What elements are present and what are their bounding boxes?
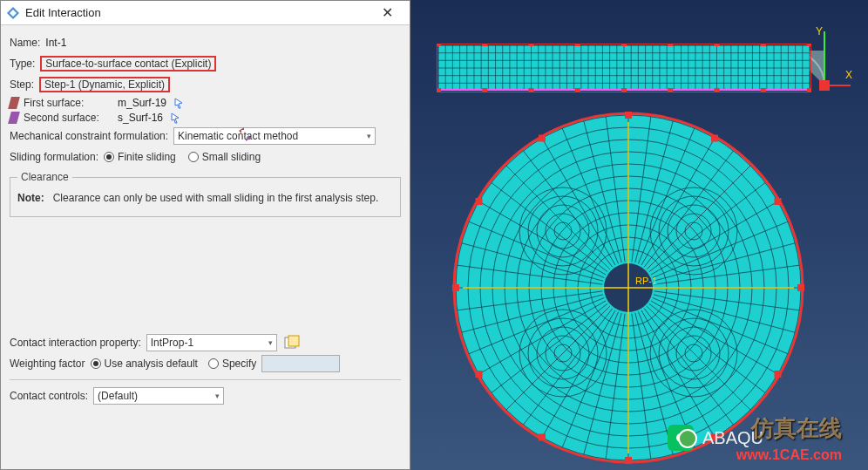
contact-controls-value: (Default): [98, 390, 138, 402]
svg-rect-175: [625, 457, 632, 464]
svg-rect-76: [575, 44, 580, 46]
weighting-specify-radio[interactable]: [208, 358, 219, 369]
contact-controls-select[interactable]: (Default) ▾: [93, 387, 224, 405]
clearance-note-label: Note:: [17, 192, 44, 204]
dialog-body: Name: Int-1 Type: Surface-to-surface con…: [1, 25, 410, 469]
contact-prop-value: IntProp-1: [151, 337, 193, 349]
property-manager-icon[interactable]: [284, 335, 300, 351]
first-surface-label: First surface:: [24, 97, 112, 109]
pick-arrow-icon[interactable]: [173, 97, 186, 109]
name-value: Int-1: [45, 37, 66, 49]
dialog-title: Edit Interaction: [25, 6, 370, 19]
svg-rect-176: [539, 433, 546, 440]
svg-rect-81: [668, 88, 673, 92]
sliding-label: Sliding formulation:: [10, 151, 98, 163]
plate-mesh: [437, 44, 811, 92]
contact-prop-label: Contact interaction property:: [10, 337, 141, 349]
svg-rect-83: [715, 88, 720, 92]
rp-label: RP-1: [635, 276, 657, 286]
step-value: Step-1 (Dynamic, Explicit): [39, 77, 170, 92]
svg-rect-79: [621, 88, 627, 92]
svg-rect-183: [774, 198, 781, 205]
clearance-group: Clearance Note: Clearance can only be us…: [10, 171, 401, 217]
second-surface-label: Second surface:: [24, 112, 112, 124]
svg-rect-172: [797, 284, 804, 291]
weighting-specify-label: Specify: [222, 358, 256, 370]
svg-rect-87: [807, 88, 811, 92]
chevron-down-icon: ▾: [367, 132, 371, 140]
svg-rect-178: [452, 284, 459, 291]
name-label: Name:: [10, 37, 40, 49]
second-surface-icon: [8, 112, 20, 124]
contact-prop-select[interactable]: IntProp-1 ▾: [146, 334, 277, 351]
axis-x-label: X: [845, 69, 852, 81]
finite-sliding-label: Finite sliding: [118, 151, 176, 163]
chevron-down-icon: ▾: [268, 338, 273, 347]
svg-rect-180: [539, 135, 546, 142]
svg-rect-80: [668, 44, 673, 46]
abaqus-icon: [6, 6, 20, 20]
svg-rect-182: [711, 135, 718, 142]
svg-rect-82: [715, 44, 720, 46]
svg-rect-177: [476, 371, 483, 378]
mech-formulation-select[interactable]: Kinematic contact method ▾: [173, 127, 376, 145]
axis-y-label: Y: [816, 26, 823, 37]
url-watermark: www.1CAE.com: [736, 447, 842, 463]
chevron-down-icon: ▾: [215, 392, 220, 400]
svg-rect-6: [819, 80, 830, 91]
svg-rect-179: [476, 198, 483, 205]
svg-rect-173: [774, 371, 781, 378]
first-surface-value: m_Surf-19: [118, 97, 166, 109]
second-surface-value: s_Surf-16: [118, 112, 163, 124]
svg-rect-84: [761, 44, 766, 46]
weighting-label: Weighting factor: [10, 358, 85, 370]
mech-formulation-label: Mechanical constraint formulation:: [10, 130, 168, 142]
svg-rect-71: [437, 88, 441, 92]
clearance-legend: Clearance: [17, 171, 72, 183]
svg-rect-70: [437, 44, 441, 46]
small-sliding-label: Small sliding: [202, 151, 261, 163]
pick-arrow-icon-2[interactable]: [170, 112, 182, 124]
titlebar: Edit Interaction ✕: [1, 1, 410, 25]
contact-controls-label: Contact controls:: [10, 390, 88, 402]
finite-sliding-radio[interactable]: [104, 152, 114, 162]
weighting-default-label: Use analysis default: [105, 358, 198, 370]
svg-rect-75: [529, 88, 534, 92]
first-surface-icon: [8, 97, 20, 109]
svg-rect-72: [482, 44, 487, 46]
cn-watermark: 仿真在线: [751, 413, 842, 444]
weighting-default-radio[interactable]: [91, 358, 101, 369]
svg-rect-86: [807, 44, 811, 46]
clearance-note-text: Clearance can only be used with small sl…: [53, 192, 379, 204]
swap-surfaces-icon[interactable]: [236, 126, 254, 142]
type-label: Type:: [10, 58, 35, 70]
step-label: Step:: [10, 78, 34, 91]
type-value: Surface-to-surface contact (Explicit): [40, 56, 216, 72]
svg-rect-85: [761, 88, 766, 92]
svg-rect-77: [575, 88, 580, 92]
viewport[interactable]: 1CAE.COM X Y RP-1 ABAQU 仿真在线 www.1CAE.co…: [410, 0, 868, 470]
svg-rect-73: [482, 88, 487, 92]
svg-rect-181: [625, 112, 632, 119]
weighting-specify-input[interactable]: [261, 355, 340, 372]
svg-rect-78: [621, 44, 627, 46]
svg-rect-3: [288, 336, 299, 346]
small-sliding-radio[interactable]: [188, 152, 199, 162]
close-icon[interactable]: ✕: [370, 4, 404, 21]
edit-interaction-dialog: Edit Interaction ✕ Name: Int-1 Type: Sur…: [0, 0, 410, 470]
svg-rect-74: [529, 44, 534, 46]
